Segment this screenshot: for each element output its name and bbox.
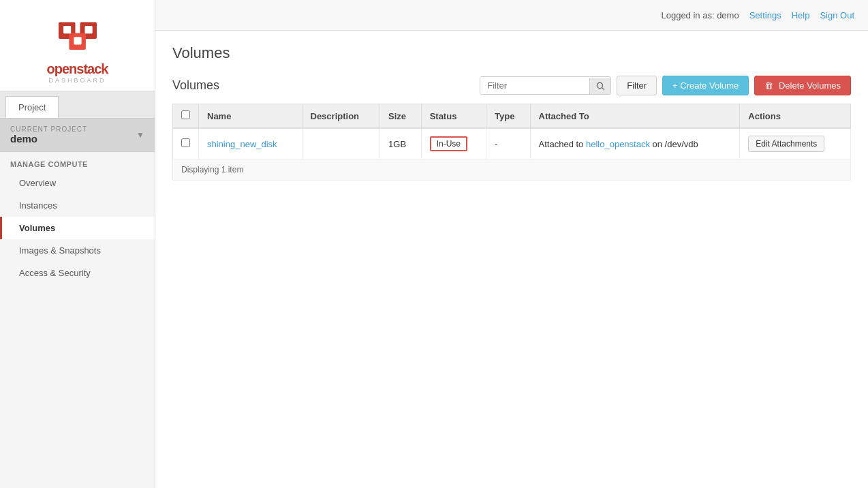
row-checkbox[interactable] (181, 138, 190, 147)
current-project-name: demo (10, 133, 87, 144)
table-header-description: Description (302, 104, 380, 129)
row-type-cell: - (486, 128, 531, 159)
filter-input[interactable] (480, 77, 589, 94)
status-badge: In-Use (430, 136, 467, 151)
main-content: Logged in as: demo Settings Help Sign Ou… (155, 0, 868, 488)
topbar: Logged in as: demo Settings Help Sign Ou… (155, 0, 868, 31)
sidebar-item-images-snapshots[interactable]: Images & Snapshots (0, 239, 155, 262)
table-header-type: Type (486, 104, 531, 129)
edit-attachments-button[interactable]: Edit Attachments (748, 136, 824, 152)
row-name-cell: shining_new_disk (199, 128, 303, 159)
select-all-checkbox[interactable] (181, 110, 190, 119)
svg-point-6 (598, 82, 603, 88)
current-project-label: CURRENT PROJECT (10, 125, 87, 133)
section-header: Volumes Filter + Create Volume 🗑 (172, 76, 851, 95)
table-header-status: Status (421, 104, 486, 129)
attached-to-prefix: Attached to (539, 139, 586, 149)
svg-line-7 (602, 87, 604, 89)
signout-link[interactable]: Sign Out (820, 10, 854, 20)
search-icon (595, 81, 605, 91)
sidebar: openstack DASHBOARD Project CURRENT PROJ… (0, 0, 155, 488)
attached-instance-link[interactable]: hello_openstack (586, 139, 650, 149)
table-header-checkbox (173, 104, 199, 129)
svg-rect-5 (74, 37, 81, 44)
attached-to-suffix: on /dev/vdb (650, 139, 698, 149)
table-row: shining_new_disk 1GB In-Use - Attached t… (173, 128, 851, 159)
row-size-cell: 1GB (380, 128, 422, 159)
help-link[interactable]: Help (792, 10, 810, 20)
svg-rect-3 (63, 26, 71, 33)
row-checkbox-cell (173, 128, 199, 159)
displaying-info: Displaying 1 item (172, 159, 851, 181)
project-tab-area: Project (0, 91, 155, 119)
svg-rect-4 (84, 26, 92, 33)
project-tab-button[interactable]: Project (5, 96, 59, 118)
filter-search-button[interactable] (589, 78, 610, 94)
filter-input-wrapper (480, 76, 611, 95)
sidebar-item-overview[interactable]: Overview (0, 172, 155, 194)
table-header-actions: Actions (740, 104, 851, 129)
sidebar-section-manage-compute: Manage Compute (0, 152, 155, 172)
logo-text: openstack (47, 61, 108, 77)
toolbar: Filter + Create Volume 🗑 Delete Volumes (480, 76, 851, 95)
settings-link[interactable]: Settings (749, 10, 781, 20)
sidebar-item-volumes[interactable]: Volumes (0, 217, 155, 239)
delete-volumes-button[interactable]: 🗑 Delete Volumes (754, 76, 851, 95)
section-title: Volumes (172, 78, 219, 93)
row-status-cell: In-Use (421, 128, 486, 159)
row-attached-to-cell: Attached to hello_openstack on /dev/vdb (530, 128, 740, 159)
row-description-cell (302, 128, 380, 159)
table-header-size: Size (380, 104, 422, 129)
table-header-name: Name (199, 104, 303, 129)
create-volume-button[interactable]: + Create Volume (662, 76, 749, 95)
sidebar-item-instances[interactable]: Instances (0, 194, 155, 217)
chevron-down-icon: ▼ (136, 130, 144, 140)
logo-container: openstack DASHBOARD (0, 0, 155, 91)
volumes-table: Name Description Size Status Type Attach… (172, 104, 851, 159)
volume-name-link[interactable]: shining_new_disk (207, 139, 277, 149)
filter-button[interactable]: Filter (617, 76, 657, 95)
logo-sub: DASHBOARD (48, 77, 106, 84)
content-area: Volumes Volumes Filter + Create Volume (155, 31, 868, 488)
trash-icon: 🗑 (764, 80, 773, 91)
logged-in-text: Logged in as: demo (661, 10, 739, 20)
sidebar-item-access-security[interactable]: Access & Security (0, 262, 155, 284)
row-actions-cell: Edit Attachments (740, 128, 851, 159)
table-header-attached-to: Attached To (530, 104, 740, 129)
openstack-logo-icon (54, 10, 102, 58)
current-project-section[interactable]: CURRENT PROJECT demo ▼ (0, 119, 155, 152)
current-project-info: CURRENT PROJECT demo (10, 125, 87, 144)
page-title: Volumes (172, 44, 851, 62)
